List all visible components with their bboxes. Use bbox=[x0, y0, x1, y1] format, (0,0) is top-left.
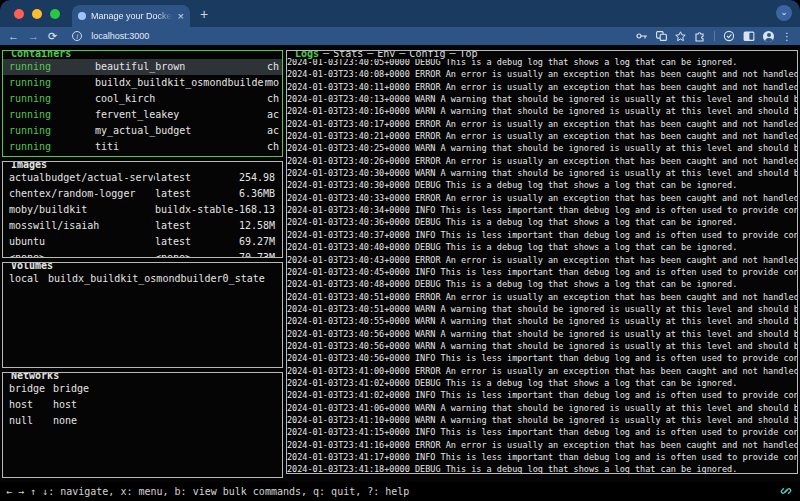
site-info-icon[interactable]: i bbox=[72, 31, 82, 41]
container-row[interactable]: runningbeautiful_brownch bbox=[3, 59, 282, 75]
log-line: 2024-01-03T23:41:00+0000 ERROR An error … bbox=[287, 365, 797, 377]
back-icon[interactable]: ← bbox=[8, 31, 19, 42]
container-image: ch bbox=[267, 139, 282, 155]
containers-panel[interactable]: Containers runningbeautiful_brownchrunni… bbox=[2, 50, 283, 157]
log-line: 2024-01-03T23:40:56+0000 WARN A warning … bbox=[287, 340, 797, 352]
container-row[interactable]: runningcool_kirchch bbox=[3, 91, 282, 107]
container-name: titi bbox=[95, 139, 267, 155]
container-image: mo bbox=[267, 75, 282, 91]
window-controls bbox=[14, 9, 60, 19]
reload-icon[interactable]: ⟳ bbox=[48, 31, 57, 42]
log-tab-stats[interactable]: Stats bbox=[333, 50, 363, 59]
log-tab-config[interactable]: Config bbox=[409, 50, 445, 59]
container-name: cool_kirch bbox=[95, 91, 267, 107]
log-line: 2024-01-03T23:40:45+0000 INFO This is le… bbox=[287, 266, 797, 278]
image-name: <none> bbox=[9, 250, 155, 258]
minimize-window-button[interactable] bbox=[32, 9, 42, 19]
toolbar-icons: ⋮ bbox=[636, 30, 792, 42]
tab-search-chevron-icon[interactable]: ⌄ bbox=[776, 5, 792, 21]
log-line: 2024-01-03T23:41:02+0000 DEBUG This is a… bbox=[287, 377, 797, 389]
network-driver: null bbox=[9, 413, 53, 429]
network-row[interactable]: hosthost bbox=[3, 397, 282, 413]
volumes-panel[interactable]: Volumes localbuildx_buildkit_osmondbuild… bbox=[2, 262, 283, 368]
network-row[interactable]: nullnone bbox=[3, 413, 282, 429]
images-panel[interactable]: Images actualbudget/actual-serverlatest2… bbox=[2, 161, 283, 258]
networks-panel[interactable]: Networks bridgebridgehosthostnullnone bbox=[2, 372, 283, 478]
link-icon[interactable] bbox=[780, 485, 792, 497]
container-image: ac bbox=[267, 123, 282, 139]
image-tag: latest bbox=[155, 170, 239, 186]
image-row[interactable]: <none><none>70.73M bbox=[3, 250, 282, 258]
tab-close-icon[interactable]: × bbox=[178, 11, 184, 22]
browser-tab[interactable]: Manage your Docker fleet w × bbox=[72, 5, 190, 27]
terminal-app: Containers runningbeautiful_brownchrunni… bbox=[0, 45, 800, 482]
log-line: 2024-01-03T23:40:51+0000 WARN A warning … bbox=[287, 303, 797, 315]
container-row[interactable]: runningbuildx_buildkit_osmondbuilder0mo bbox=[3, 75, 282, 91]
log-line: 2024-01-03T23:40:08+0000 ERROR An error … bbox=[287, 68, 797, 80]
image-row[interactable]: moby/buildkitbuildx-stable-1168.13 bbox=[3, 202, 282, 218]
image-size: 70.73M bbox=[239, 250, 282, 258]
image-row[interactable]: mosswill/isaiahlatest12.58M bbox=[3, 218, 282, 234]
image-row[interactable]: ubuntulatest69.27M bbox=[3, 234, 282, 250]
image-name: moby/buildkit bbox=[9, 202, 155, 218]
volume-driver: local bbox=[9, 271, 48, 287]
image-size: 12.58M bbox=[239, 218, 282, 234]
toolbar-separator bbox=[714, 31, 715, 41]
volume-row[interactable]: localbuildx_buildkit_osmondbuilder0_stat… bbox=[3, 271, 282, 287]
container-name: beautiful_brown bbox=[95, 59, 267, 75]
log-line: 2024-01-03T23:40:40+0000 DEBUG This is a… bbox=[287, 241, 797, 253]
browser-toolbar: ← → ⟳ i localhost:3000 ⋮ bbox=[0, 27, 800, 45]
log-line: 2024-01-03T23:40:48+0000 DEBUG This is a… bbox=[287, 278, 797, 290]
new-tab-button[interactable]: + bbox=[200, 7, 208, 21]
log-line: 2024-01-03T23:41:02+0000 INFO This is le… bbox=[287, 389, 797, 401]
log-line: 2024-01-03T23:40:25+0000 WARN A warning … bbox=[287, 142, 797, 154]
image-row[interactable]: chentex/random-loggerlatest6.36MB bbox=[3, 186, 282, 202]
log-tab-logs[interactable]: Logs bbox=[295, 50, 319, 59]
tab-favicon-icon bbox=[78, 12, 86, 20]
log-line: 2024-01-03T23:40:16+0000 WARN A warning … bbox=[287, 105, 797, 117]
image-name: ubuntu bbox=[9, 234, 155, 250]
container-row[interactable]: runningmy_actual_budgetac bbox=[3, 123, 282, 139]
translate-icon[interactable] bbox=[656, 31, 667, 41]
network-row[interactable]: bridgebridge bbox=[3, 381, 282, 397]
network-name: host bbox=[53, 397, 282, 413]
log-tab-env[interactable]: Env bbox=[377, 50, 395, 59]
log-line: 2024-01-03T23:41:18+0000 DEBUG This is a… bbox=[287, 463, 797, 473]
container-image: ch bbox=[267, 91, 282, 107]
log-line: 2024-01-03T23:40:34+0000 INFO This is le… bbox=[287, 204, 797, 216]
sync-icon[interactable] bbox=[723, 30, 735, 42]
maximize-window-button[interactable] bbox=[50, 9, 60, 19]
log-line: 2024-01-03T23:40:13+0000 WARN A warning … bbox=[287, 93, 797, 105]
network-name: bridge bbox=[53, 381, 282, 397]
forward-icon[interactable]: → bbox=[28, 31, 39, 42]
sidebar-panel-icon[interactable] bbox=[743, 31, 755, 42]
close-window-button[interactable] bbox=[14, 9, 24, 19]
profile-avatar[interactable] bbox=[763, 31, 774, 42]
bookmark-star-icon[interactable] bbox=[675, 31, 686, 42]
container-image: ac bbox=[267, 107, 282, 123]
password-key-icon[interactable] bbox=[636, 31, 648, 41]
browser-menu-icon[interactable]: ⋮ bbox=[782, 31, 792, 42]
log-line: 2024-01-03T23:40:37+0000 INFO This is le… bbox=[287, 229, 797, 241]
image-tag: buildx-stable-1 bbox=[155, 202, 239, 218]
container-row[interactable]: runningtitich bbox=[3, 139, 282, 155]
container-state: running bbox=[9, 107, 95, 123]
log-line: 2024-01-03T23:40:17+0000 ERROR An error … bbox=[287, 118, 797, 130]
container-row[interactable]: runningfervent_leakeyac bbox=[3, 107, 282, 123]
logs-panel[interactable]: Logs─Stats─Env─Config─Top 2024-01-03T23:… bbox=[286, 50, 798, 474]
container-state: running bbox=[9, 139, 95, 155]
image-name: actualbudget/actual-server bbox=[9, 170, 155, 186]
container-name: my_actual_budget bbox=[95, 123, 267, 139]
image-tag: latest bbox=[155, 186, 239, 202]
browser-window: Manage your Docker fleet w × + ⌄ ← → ⟳ i… bbox=[0, 0, 800, 501]
extensions-puzzle-icon[interactable] bbox=[694, 30, 706, 42]
containers-panel-title: Containers bbox=[9, 50, 73, 59]
left-column: Containers runningbeautiful_brownchrunni… bbox=[2, 50, 283, 482]
address-bar[interactable]: localhost:3000 bbox=[91, 31, 627, 41]
log-tab-top[interactable]: Top bbox=[460, 50, 478, 59]
networks-list: bridgebridgehosthostnullnone bbox=[3, 381, 282, 429]
image-row[interactable]: actualbudget/actual-serverlatest254.98 bbox=[3, 170, 282, 186]
status-bar: ← → ↑ ↓: navigate, x: menu, b: view bulk… bbox=[0, 482, 800, 501]
log-line: 2024-01-03T23:40:36+0000 DEBUG This is a… bbox=[287, 216, 797, 228]
keybinding-help-text: ← → ↑ ↓: navigate, x: menu, b: view bulk… bbox=[6, 486, 409, 497]
